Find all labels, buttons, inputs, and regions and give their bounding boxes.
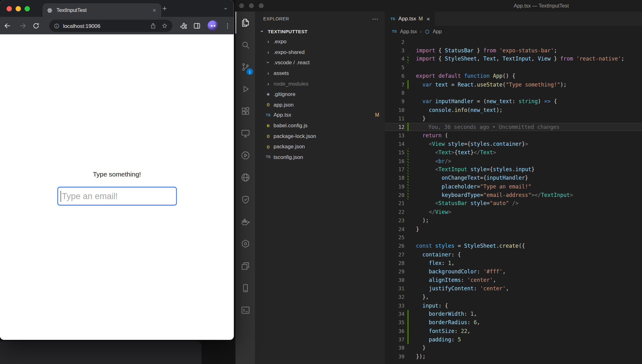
item-label: node_modules bbox=[273, 81, 308, 87]
code-line-11[interactable]: 11 } bbox=[385, 114, 642, 123]
device-preview-icon[interactable] bbox=[235, 277, 255, 299]
forward-button[interactable] bbox=[19, 22, 27, 30]
code-line-34[interactable]: 34 borderWidth: 1, bbox=[385, 310, 642, 318]
macos-close-button[interactable] bbox=[7, 6, 12, 12]
code-line-12[interactable]: 12You, 36 seconds ago • Uncommitted chan… bbox=[385, 123, 642, 131]
code-line-23[interactable]: 23 ); bbox=[385, 216, 642, 225]
code-editor[interactable]: 23import { StatusBar } from 'expo-status… bbox=[385, 37, 642, 364]
folder--vscode-react[interactable]: ›.vscode / .react bbox=[255, 57, 385, 68]
code-line-20[interactable]: 20 keyboardType="email-address"></TextIn… bbox=[385, 191, 642, 199]
address-bar[interactable]: localhost:19006 bbox=[49, 20, 172, 32]
tab-app-tsx[interactable]: TS App.tsx M × bbox=[385, 12, 435, 26]
new-tab-button[interactable]: + bbox=[160, 4, 169, 13]
folder-node-modules[interactable]: ›node_modules bbox=[255, 78, 385, 89]
code-line-8[interactable]: 8 bbox=[385, 89, 642, 97]
code-line-28[interactable]: 28 flex: 1, bbox=[385, 259, 642, 267]
tab-search-chevron-icon[interactable]: › bbox=[223, 8, 229, 9]
layers-icon[interactable] bbox=[235, 255, 255, 277]
docker-icon[interactable] bbox=[235, 210, 255, 233]
code-line-38[interactable]: 38 } bbox=[385, 344, 642, 352]
browser-tab[interactable]: TextInputTest × bbox=[43, 3, 161, 17]
bookmark-star-icon[interactable] bbox=[161, 23, 168, 29]
macos-minimize-button[interactable] bbox=[16, 6, 21, 12]
share-icon[interactable] bbox=[150, 23, 156, 29]
extensions-icon[interactable] bbox=[235, 100, 255, 122]
globe-icon[interactable] bbox=[235, 166, 255, 188]
email-input[interactable]: Type an email! bbox=[57, 187, 176, 206]
code-line-18[interactable]: 18 onChangeText={inputHandler} bbox=[385, 174, 642, 182]
code-line-5[interactable]: 5 bbox=[385, 63, 642, 72]
code-line-31[interactable]: 31 justifyContent: 'center', bbox=[385, 284, 642, 293]
gutter bbox=[408, 89, 409, 97]
code-line-21[interactable]: 21 <StatusBar style="auto" /> bbox=[385, 199, 642, 208]
code-line-14[interactable]: 14 <View style={styles.container}> bbox=[385, 140, 642, 148]
code-line-7[interactable]: 7 var text = React.useState("Type someth… bbox=[385, 80, 642, 89]
macos-zoom-button[interactable] bbox=[259, 3, 264, 8]
code-line-25[interactable]: 25 bbox=[385, 233, 642, 242]
file-app-tsx[interactable]: TSApp.tsxM bbox=[255, 110, 385, 120]
profile-avatar[interactable] bbox=[208, 20, 218, 31]
remote-explorer-icon[interactable] bbox=[235, 122, 255, 144]
file-tsconfig-json[interactable]: TStsconfig.json bbox=[255, 152, 385, 162]
code-line-16[interactable]: 16 <br/> bbox=[385, 157, 642, 165]
file-package-lock-json[interactable]: {}package-lock.json bbox=[255, 131, 385, 141]
code-line-19[interactable]: 19 placeholder="Type an email!" bbox=[385, 182, 642, 191]
code-line-17[interactable]: 17 <TextInput style={styles.input} bbox=[385, 165, 642, 174]
code-line-6[interactable]: 6export default function App() { bbox=[385, 72, 642, 80]
code-line-2[interactable]: 2 bbox=[385, 38, 642, 46]
code-line-29[interactable]: 29 backgroundColor: '#fff', bbox=[385, 267, 642, 276]
code-text: placeholder="Type an email!" bbox=[416, 183, 642, 190]
reload-button[interactable] bbox=[32, 22, 40, 30]
macos-close-button[interactable] bbox=[239, 3, 244, 8]
code-line-9[interactable]: 9 var inputHandler = (new_text: string) … bbox=[385, 97, 642, 106]
code-line-22[interactable]: 22 </View> bbox=[385, 208, 642, 216]
close-icon[interactable]: × bbox=[427, 15, 430, 22]
terminal-icon[interactable] bbox=[235, 299, 255, 321]
explorer-icon[interactable] bbox=[235, 12, 255, 34]
more-actions-icon[interactable]: ⋯ bbox=[372, 15, 378, 23]
code-line-26[interactable]: 26const styles = StyleSheet.create({ bbox=[385, 242, 642, 250]
breadcrumb-item[interactable]: App.tsx bbox=[400, 29, 417, 34]
file-app-json[interactable]: {}app.json bbox=[255, 99, 385, 110]
close-tab-icon[interactable]: × bbox=[151, 7, 158, 13]
chevron-right-icon: › bbox=[265, 39, 271, 45]
code-line-4[interactable]: 4import { StyleSheet, Text, TextInput, V… bbox=[385, 55, 642, 63]
code-line-33[interactable]: 33 input: { bbox=[385, 301, 642, 310]
kubernetes-icon[interactable] bbox=[235, 233, 255, 255]
code-line-32[interactable]: 32 }, bbox=[385, 293, 642, 301]
macos-minimize-button[interactable] bbox=[249, 3, 254, 8]
code-line-10[interactable]: 10 console.info(new_text); bbox=[385, 106, 642, 114]
folder--expo-shared[interactable]: ›.expo-shared bbox=[255, 47, 385, 57]
code-line-24[interactable]: 24} bbox=[385, 225, 642, 233]
file--gitignore[interactable]: ◆.gitignore bbox=[255, 89, 385, 99]
gutter bbox=[408, 46, 409, 55]
run-debug-icon[interactable] bbox=[235, 78, 255, 100]
code-line-37[interactable]: 37 padding: 5 bbox=[385, 335, 642, 344]
shield-check-icon[interactable] bbox=[235, 188, 255, 211]
browser-menu-icon[interactable]: ⋮ bbox=[224, 22, 231, 30]
folder--expo[interactable]: ›.expo bbox=[255, 36, 385, 47]
code-line-27[interactable]: 27 container: { bbox=[385, 250, 642, 259]
search-icon[interactable] bbox=[235, 34, 255, 56]
breadcrumb-item[interactable]: App bbox=[433, 29, 442, 34]
code-line-35[interactable]: 35 borderRadius: 6, bbox=[385, 318, 642, 327]
line-number: 33 bbox=[385, 303, 405, 309]
play-circle-icon[interactable] bbox=[235, 144, 255, 166]
code-line-13[interactable]: 13 return ( bbox=[385, 131, 642, 140]
line-number: 35 bbox=[385, 319, 405, 326]
folder-assets[interactable]: ›assets bbox=[255, 68, 385, 78]
file-babel-config-js[interactable]: Bbabel.config.js bbox=[255, 120, 385, 131]
code-line-3[interactable]: 3import { StatusBar } from 'expo-status-… bbox=[385, 46, 642, 55]
back-button[interactable] bbox=[3, 22, 11, 30]
code-line-30[interactable]: 30 alignItems: 'center', bbox=[385, 276, 642, 284]
site-info-icon[interactable] bbox=[54, 23, 60, 29]
source-control-icon[interactable]: 1 bbox=[235, 56, 255, 78]
macos-zoom-button[interactable] bbox=[24, 6, 30, 12]
code-line-15[interactable]: 15 <Text>{text}</Text> bbox=[385, 148, 642, 157]
extensions-puzzle-icon[interactable] bbox=[180, 22, 188, 30]
code-line-39[interactable]: 39}); bbox=[385, 352, 642, 361]
side-panel-icon[interactable] bbox=[193, 22, 201, 30]
code-line-36[interactable]: 36 fontSize: 22, bbox=[385, 327, 642, 335]
file-package-json[interactable]: {}package.json bbox=[255, 141, 385, 152]
explorer-root-folder[interactable]: › TEXTINPUTTEST bbox=[255, 26, 385, 37]
